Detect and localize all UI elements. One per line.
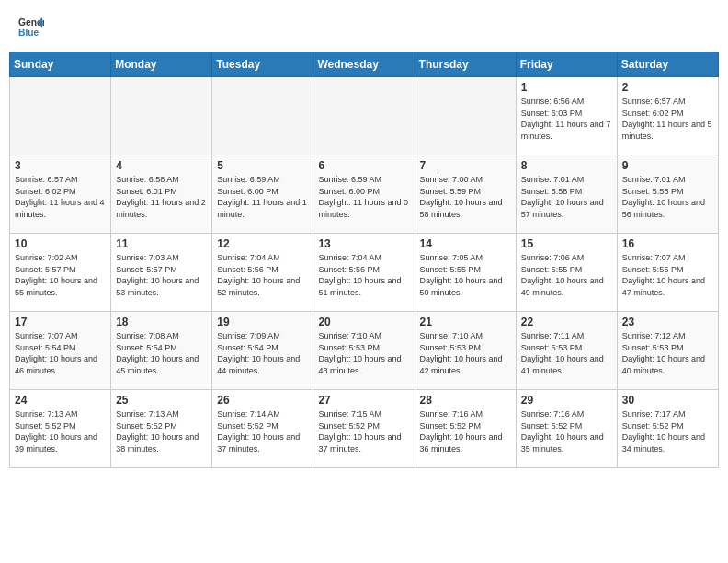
day-info: Sunrise: 7:05 AMSunset: 5:55 PMDaylight:…: [420, 252, 511, 298]
calendar-cell: [111, 77, 212, 155]
day-number: 23: [622, 316, 713, 328]
day-number: 11: [116, 237, 207, 250]
calendar-cell: 2Sunrise: 6:57 AMSunset: 6:02 PMDaylight…: [617, 77, 718, 155]
svg-text:Blue: Blue: [18, 28, 40, 38]
header-thursday: Thursday: [415, 52, 516, 77]
calendar-cell: 12Sunrise: 7:04 AMSunset: 5:56 PMDayligh…: [212, 234, 313, 312]
day-info: Sunrise: 7:01 AMSunset: 5:58 PMDaylight:…: [521, 174, 612, 220]
calendar-cell: 17Sunrise: 7:07 AMSunset: 5:54 PMDayligh…: [10, 312, 111, 390]
calendar-cell: 24Sunrise: 7:13 AMSunset: 5:52 PMDayligh…: [10, 390, 111, 468]
calendar-cell: 7Sunrise: 7:00 AMSunset: 5:59 PMDaylight…: [415, 155, 516, 234]
calendar-cell: 6Sunrise: 6:59 AMSunset: 6:00 PMDaylight…: [313, 155, 415, 234]
calendar-cell: 11Sunrise: 7:03 AMSunset: 5:57 PMDayligh…: [111, 234, 212, 312]
day-info: Sunrise: 7:04 AMSunset: 5:56 PMDaylight:…: [217, 252, 308, 298]
day-number: 18: [116, 316, 207, 328]
day-info: Sunrise: 7:03 AMSunset: 5:57 PMDaylight:…: [116, 252, 207, 298]
day-number: 4: [116, 159, 207, 172]
header-monday: Monday: [111, 52, 212, 77]
day-info: Sunrise: 7:12 AMSunset: 5:53 PMDaylight:…: [622, 330, 713, 376]
calendar-cell: 5Sunrise: 6:59 AMSunset: 6:00 PMDaylight…: [212, 155, 313, 234]
day-info: Sunrise: 7:13 AMSunset: 5:52 PMDaylight:…: [116, 408, 207, 454]
day-info: Sunrise: 7:07 AMSunset: 5:55 PMDaylight:…: [622, 252, 713, 298]
calendar-cell: 16Sunrise: 7:07 AMSunset: 5:55 PMDayligh…: [617, 234, 718, 312]
day-info: Sunrise: 6:59 AMSunset: 6:00 PMDaylight:…: [318, 174, 409, 220]
day-number: 12: [217, 237, 308, 250]
calendar-header-row: SundayMondayTuesdayWednesdayThursdayFrid…: [10, 52, 719, 77]
day-number: 19: [217, 316, 308, 328]
day-number: 16: [622, 237, 713, 250]
calendar-cell: 26Sunrise: 7:14 AMSunset: 5:52 PMDayligh…: [212, 390, 313, 468]
day-number: 6: [318, 159, 409, 172]
header: General Blue: [9, 9, 719, 44]
calendar-cell: [313, 77, 415, 155]
day-info: Sunrise: 7:16 AMSunset: 5:52 PMDaylight:…: [521, 408, 612, 454]
day-number: 25: [116, 394, 207, 407]
day-number: 1: [521, 81, 612, 94]
day-number: 30: [622, 394, 713, 407]
day-number: 28: [420, 394, 511, 407]
day-info: Sunrise: 7:10 AMSunset: 5:53 PMDaylight:…: [420, 330, 511, 376]
day-number: 5: [217, 159, 308, 172]
day-number: 21: [420, 316, 511, 328]
day-number: 22: [521, 316, 612, 328]
day-info: Sunrise: 6:59 AMSunset: 6:00 PMDaylight:…: [217, 174, 308, 220]
day-number: 14: [420, 237, 511, 250]
day-number: 26: [217, 394, 308, 407]
day-info: Sunrise: 7:09 AMSunset: 5:54 PMDaylight:…: [217, 330, 308, 376]
day-number: 17: [15, 316, 106, 328]
day-number: 2: [622, 81, 713, 94]
calendar-cell: 20Sunrise: 7:10 AMSunset: 5:53 PMDayligh…: [313, 312, 415, 390]
calendar-cell: 19Sunrise: 7:09 AMSunset: 5:54 PMDayligh…: [212, 312, 313, 390]
calendar-cell: 9Sunrise: 7:01 AMSunset: 5:58 PMDaylight…: [617, 155, 718, 234]
calendar-cell: 4Sunrise: 6:58 AMSunset: 6:01 PMDaylight…: [111, 155, 212, 234]
day-info: Sunrise: 6:57 AMSunset: 6:02 PMDaylight:…: [15, 174, 106, 220]
calendar-week-5: 24Sunrise: 7:13 AMSunset: 5:52 PMDayligh…: [10, 390, 719, 468]
day-number: 3: [15, 159, 106, 172]
day-number: 9: [622, 159, 713, 172]
calendar-cell: [212, 77, 313, 155]
day-info: Sunrise: 7:17 AMSunset: 5:52 PMDaylight:…: [622, 408, 713, 454]
day-info: Sunrise: 6:56 AMSunset: 6:03 PMDaylight:…: [521, 96, 612, 142]
calendar-cell: 14Sunrise: 7:05 AMSunset: 5:55 PMDayligh…: [415, 234, 516, 312]
day-number: 10: [15, 237, 106, 250]
header-tuesday: Tuesday: [212, 52, 313, 77]
calendar-cell: 18Sunrise: 7:08 AMSunset: 5:54 PMDayligh…: [111, 312, 212, 390]
day-number: 15: [521, 237, 612, 250]
calendar-cell: 23Sunrise: 7:12 AMSunset: 5:53 PMDayligh…: [617, 312, 718, 390]
header-saturday: Saturday: [617, 52, 718, 77]
calendar-cell: 21Sunrise: 7:10 AMSunset: 5:53 PMDayligh…: [415, 312, 516, 390]
day-number: 13: [318, 237, 409, 250]
day-info: Sunrise: 6:57 AMSunset: 6:02 PMDaylight:…: [622, 96, 713, 142]
calendar-cell: 1Sunrise: 6:56 AMSunset: 6:03 PMDaylight…: [516, 77, 617, 155]
day-info: Sunrise: 7:06 AMSunset: 5:55 PMDaylight:…: [521, 252, 612, 298]
day-info: Sunrise: 7:13 AMSunset: 5:52 PMDaylight:…: [15, 408, 106, 454]
day-number: 20: [318, 316, 409, 328]
logo: General Blue: [18, 14, 44, 40]
calendar-cell: 22Sunrise: 7:11 AMSunset: 5:53 PMDayligh…: [516, 312, 617, 390]
calendar-week-1: 1Sunrise: 6:56 AMSunset: 6:03 PMDaylight…: [10, 77, 719, 155]
day-number: 7: [420, 159, 511, 172]
day-info: Sunrise: 7:02 AMSunset: 5:57 PMDaylight:…: [15, 252, 106, 298]
day-info: Sunrise: 7:15 AMSunset: 5:52 PMDaylight:…: [318, 408, 409, 454]
day-number: 29: [521, 394, 612, 407]
calendar-cell: 29Sunrise: 7:16 AMSunset: 5:52 PMDayligh…: [516, 390, 617, 468]
calendar-cell: 28Sunrise: 7:16 AMSunset: 5:52 PMDayligh…: [415, 390, 516, 468]
day-info: Sunrise: 6:58 AMSunset: 6:01 PMDaylight:…: [116, 174, 207, 220]
header-friday: Friday: [516, 52, 617, 77]
calendar-cell: 30Sunrise: 7:17 AMSunset: 5:52 PMDayligh…: [617, 390, 718, 468]
day-number: 8: [521, 159, 612, 172]
header-wednesday: Wednesday: [313, 52, 415, 77]
day-info: Sunrise: 7:11 AMSunset: 5:53 PMDaylight:…: [521, 330, 612, 376]
calendar-cell: [415, 77, 516, 155]
calendar-week-3: 10Sunrise: 7:02 AMSunset: 5:57 PMDayligh…: [10, 234, 719, 312]
header-sunday: Sunday: [10, 52, 111, 77]
day-info: Sunrise: 7:10 AMSunset: 5:53 PMDaylight:…: [318, 330, 409, 376]
day-info: Sunrise: 7:00 AMSunset: 5:59 PMDaylight:…: [420, 174, 511, 220]
calendar-cell: 13Sunrise: 7:04 AMSunset: 5:56 PMDayligh…: [313, 234, 415, 312]
calendar-week-2: 3Sunrise: 6:57 AMSunset: 6:02 PMDaylight…: [10, 155, 719, 234]
calendar-cell: [10, 77, 111, 155]
calendar-cell: 27Sunrise: 7:15 AMSunset: 5:52 PMDayligh…: [313, 390, 415, 468]
day-number: 27: [318, 394, 409, 407]
day-info: Sunrise: 7:14 AMSunset: 5:52 PMDaylight:…: [217, 408, 308, 454]
day-info: Sunrise: 7:07 AMSunset: 5:54 PMDaylight:…: [15, 330, 106, 376]
